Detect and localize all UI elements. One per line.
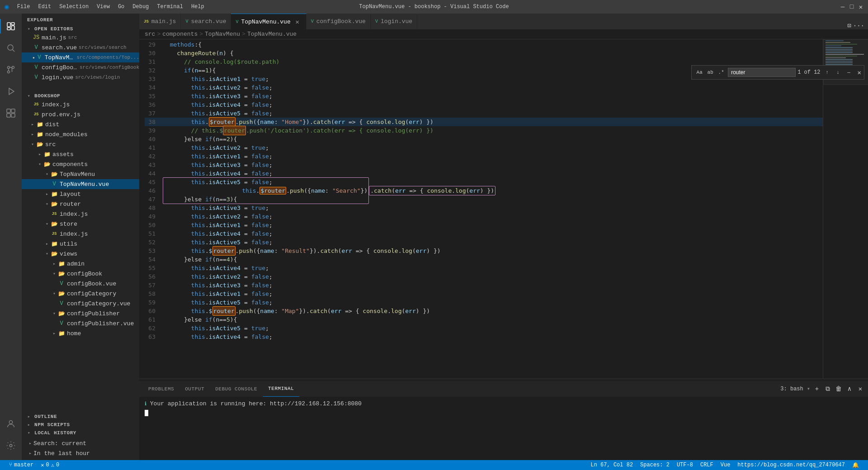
close-panel-button[interactable]: ✕ — [856, 385, 864, 393]
tree-store-index-js[interactable]: JS index.js — [22, 229, 139, 239]
search-widget: Aa ab .* 1 of 12 ↑ ↓ — ✕ — [691, 65, 864, 80]
search-activity-icon[interactable] — [0, 37, 22, 59]
tree-configbook-folder[interactable]: 📂 configBook — [22, 269, 139, 279]
open-editor-topnavmenu-vue[interactable]: ● V TopNavMenu.vue src/components/Top... — [22, 52, 139, 62]
tree-configpublisher-folder[interactable]: 📂 configPublisher — [22, 309, 139, 318]
status-line-ending[interactable]: CRLF — [697, 460, 717, 470]
add-terminal-button[interactable]: + — [813, 385, 821, 393]
tree-layout[interactable]: 📁 layout — [22, 189, 139, 199]
minimize-button[interactable]: ― — [840, 4, 845, 9]
open-editors-section[interactable]: OPEN EDITORS — [22, 24, 139, 33]
tree-configpublisher-vue[interactable]: V configPublisher.vue — [22, 318, 139, 328]
menu-view[interactable]: View — [93, 3, 113, 11]
tree-components[interactable]: 📂 components — [22, 159, 139, 169]
tab-search-vue[interactable]: V search.vue — [181, 14, 231, 29]
open-editor-search-vue[interactable]: V search.vue src/views/search — [22, 43, 139, 52]
prev-match-icon[interactable]: ↑ — [822, 67, 832, 77]
more-actions-icon[interactable]: ··· — [853, 22, 864, 29]
local-history-section[interactable]: LOCAL HISTORY — [22, 428, 139, 437]
folder-icon-7: 📁 — [51, 190, 58, 198]
tab-configbook-vue[interactable]: V configBook.vue — [307, 14, 371, 29]
tree-prod-env-js[interactable]: JS prod.env.js — [22, 109, 139, 119]
breadcrumb-file[interactable]: TopNavMenu.vue — [247, 31, 297, 38]
menu-help[interactable]: Help — [188, 3, 208, 11]
bookshop-section[interactable]: BOOKSHOP — [22, 91, 139, 100]
tree-router[interactable]: 📂 router — [22, 199, 139, 209]
open-editor-configbook-vue[interactable]: V configBook.vue src/views/configBook — [22, 62, 139, 72]
tree-topnavmenu-vue[interactable]: V TopNavMenu.vue — [22, 179, 139, 189]
menu-file[interactable]: File — [14, 3, 34, 11]
tree-src[interactable]: 📂 src — [22, 139, 139, 149]
tree-views[interactable]: 📂 views — [22, 249, 139, 259]
match-word-icon[interactable]: ab — [705, 67, 715, 77]
output-tab[interactable]: OUTPUT — [179, 381, 210, 397]
code-content[interactable]: 29 methods:{ 30 changeRoute(n) { 31 // c… — [139, 39, 823, 379]
tree-configcategory-vue[interactable]: V configCategory.vue — [22, 299, 139, 309]
open-editor-main-js[interactable]: JS main.js src — [22, 33, 139, 43]
tree-utils[interactable]: 📁 utils — [22, 239, 139, 249]
tree-home[interactable]: 📁 home — [22, 328, 139, 338]
menu-terminal[interactable]: Terminal — [153, 3, 187, 11]
breadcrumb-topnavmenu[interactable]: TopNavMenu — [205, 31, 240, 38]
tree-admin[interactable]: 📁 admin — [22, 259, 139, 269]
status-encoding[interactable]: UTF-8 — [673, 460, 697, 470]
next-match-icon[interactable]: ↓ — [833, 67, 843, 77]
breadcrumb-components[interactable]: components — [162, 31, 198, 38]
lh-last-hour[interactable]: ▸ In the last hour — [22, 448, 139, 458]
panel-maximize-button[interactable]: ∧ — [845, 385, 854, 393]
maximize-button[interactable]: □ — [849, 4, 854, 9]
tab-topnavmenu-vue[interactable]: V TopNavMenu.vue ✕ — [231, 14, 306, 29]
menu-edit[interactable]: Edit — [34, 3, 55, 11]
tree-node-modules[interactable]: 📁 node_modules — [22, 129, 139, 139]
menu-debug[interactable]: Debug — [129, 3, 152, 11]
split-editor-icon[interactable]: ⊡ — [847, 22, 851, 29]
tree-index-js[interactable]: JS index.js — [22, 100, 139, 109]
terminal-content[interactable]: ℹ Your application is running here: http… — [139, 397, 868, 460]
breadcrumb-src[interactable]: src — [145, 31, 155, 38]
tab-main-js[interactable]: JS main.js — [139, 14, 181, 29]
status-language[interactable]: Vue — [717, 460, 734, 470]
source-control-activity-icon[interactable] — [0, 59, 22, 81]
extensions-activity-icon[interactable] — [0, 102, 22, 124]
status-spaces[interactable]: Spaces: 2 — [637, 460, 673, 470]
tree-dist[interactable]: 📁 dist — [22, 119, 139, 129]
problems-tab[interactable]: PROBLEMS — [143, 381, 179, 397]
menu-selection[interactable]: Selection — [56, 3, 92, 11]
tree-router-index-js[interactable]: JS index.js — [22, 209, 139, 219]
explorer-activity-icon[interactable] — [0, 15, 22, 37]
close-search-button[interactable]: ✕ — [858, 69, 861, 76]
find-input[interactable] — [728, 68, 796, 77]
tree-store[interactable]: 📂 store — [22, 219, 139, 229]
match-case-icon[interactable]: Aa — [694, 67, 704, 77]
debug-console-tab[interactable]: DEBUG CONSOLE — [210, 381, 263, 397]
settings-activity-icon[interactable] — [0, 435, 22, 456]
lh-search-current[interactable]: ▸ Search: current — [22, 438, 139, 448]
menu-go[interactable]: Go — [114, 3, 128, 11]
kill-terminal-button[interactable]: 🗑 — [835, 385, 843, 393]
status-line-col[interactable]: Ln 67, Col 82 — [587, 460, 637, 470]
tab-login-vue[interactable]: V login.vue — [371, 14, 417, 29]
status-branch[interactable]: ⑂ master — [5, 460, 37, 470]
status-errors[interactable]: ✕ 0 ⚠ 0 — [37, 460, 63, 470]
debug-activity-icon[interactable] — [0, 81, 22, 102]
status-csdn-link[interactable]: https://blog.csdn.net/qq_27470647 — [734, 460, 849, 470]
split-terminal-button[interactable]: ⧉ — [824, 385, 832, 393]
tree-assets[interactable]: 📁 assets — [22, 149, 139, 159]
status-notification-icon[interactable]: 🔔 — [849, 460, 863, 470]
code-line-35: 35 this.isActive3 = false; — [145, 92, 823, 100]
tree-configbook-vue[interactable]: V configBook.vue — [22, 279, 139, 289]
close-button[interactable]: ✕ — [858, 4, 863, 9]
preserve-case-icon[interactable]: — — [844, 67, 854, 77]
terminal-tab[interactable]: TERMINAL — [263, 381, 299, 397]
npm-scripts-section[interactable]: NPM SCRIPTS — [22, 420, 139, 428]
explorer-title[interactable]: EXPLORER — [22, 14, 139, 24]
terminal-select-icon[interactable]: ▾ — [807, 385, 810, 392]
account-activity-icon[interactable] — [0, 413, 22, 435]
tree-configcategory-folder[interactable]: 📂 configCategory — [22, 289, 139, 299]
use-regex-icon[interactable]: .* — [716, 67, 726, 77]
outline-section[interactable]: OUTLINE — [22, 412, 139, 420]
open-editor-login-vue[interactable]: V login.vue src/views/login — [22, 72, 139, 82]
local-history-label: LOCAL HISTORY — [34, 430, 76, 436]
tree-topnavmenu-folder[interactable]: 📂 TopNavMenu — [22, 169, 139, 179]
tab-close-button[interactable]: ✕ — [293, 18, 302, 26]
